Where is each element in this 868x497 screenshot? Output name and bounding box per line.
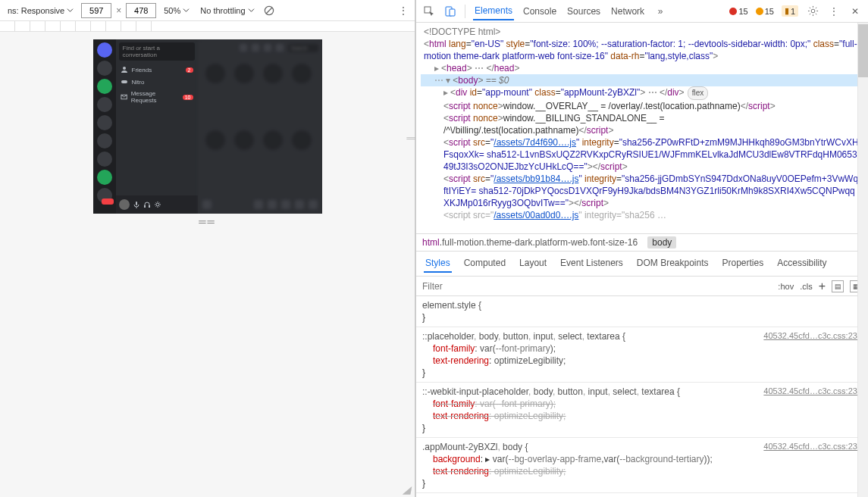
guild-item-new[interactable] xyxy=(97,188,112,203)
channel-sidebar: Find or start a conversation Friends 2 N… xyxy=(116,39,198,214)
svg-point-8 xyxy=(156,203,159,206)
issues-badge[interactable]: ▮1 xyxy=(782,5,798,17)
elements-tree[interactable]: <!DOCTYPE html> <html lang="en-US" style… xyxy=(416,23,868,233)
device-label: ns: Responsive xyxy=(8,6,64,15)
scrollbar[interactable] xyxy=(857,23,868,497)
tab-elements[interactable]: Elements xyxy=(473,2,514,20)
styles-filter-input[interactable] xyxy=(416,278,772,295)
drag-handle[interactable]: ══ xyxy=(93,214,322,230)
friends-icon xyxy=(121,66,128,73)
warnings-badge[interactable]: 15 xyxy=(756,7,774,16)
guild-item[interactable] xyxy=(97,97,112,112)
height-input[interactable] xyxy=(126,3,156,18)
throttling-select[interactable]: No throttling xyxy=(197,5,257,17)
inspect-icon[interactable] xyxy=(422,5,436,18)
svg-rect-7 xyxy=(149,205,150,208)
requests-link[interactable]: Message Requests 10 xyxy=(116,88,198,106)
nitro-link[interactable]: Nitro xyxy=(116,76,198,88)
css-source-link[interactable]: 40532.45cfd…c3c.css:235 xyxy=(763,440,862,452)
guild-item[interactable] xyxy=(97,133,112,148)
selected-node[interactable]: ⋯ ▾<body> == $0 xyxy=(421,74,863,86)
guild-add[interactable] xyxy=(97,79,112,94)
device-toolbar: ns: Responsive × 50% No throttling ⋮ xyxy=(0,0,415,21)
svg-point-2 xyxy=(123,67,126,70)
guild-item[interactable] xyxy=(97,152,112,167)
chevron-down-icon xyxy=(67,7,74,14)
more-tabs-icon[interactable]: » xyxy=(653,5,667,18)
style-rule[interactable]: element.style { } xyxy=(416,296,868,327)
device-select[interactable]: ns: Responsive xyxy=(5,5,77,17)
guild-explore[interactable] xyxy=(97,170,112,185)
ruler xyxy=(0,21,415,32)
device-viewport: Find or start a conversation Friends 2 N… xyxy=(0,32,415,497)
cls-toggle[interactable]: .cls xyxy=(800,282,813,291)
throttling-label: No throttling xyxy=(200,6,245,15)
breadcrumb-body[interactable]: body xyxy=(647,236,676,248)
tab-computed[interactable]: Computed xyxy=(462,255,507,273)
tab-properties[interactable]: Properties xyxy=(721,255,766,273)
tab-styles[interactable]: Styles xyxy=(424,255,452,273)
close-icon[interactable]: ✕ xyxy=(848,5,862,18)
style-rule[interactable]: 40532.45cfd…c3c.css:235 .appMount-2yBXZl… xyxy=(416,438,868,493)
styles-filter-row: :hov .cls + ▤ ▦ xyxy=(416,277,868,296)
guild-item[interactable] xyxy=(97,115,112,130)
mic-icon[interactable] xyxy=(133,201,140,208)
device-toggle-icon[interactable] xyxy=(443,5,457,18)
more-icon[interactable]: ⋮ xyxy=(396,4,410,17)
header-icon[interactable] xyxy=(252,44,259,52)
tab-event-listeners[interactable]: Event Listeners xyxy=(559,255,625,273)
header-icon[interactable] xyxy=(276,44,284,52)
breadcrumb[interactable]: html.full-motion.theme-dark.platform-web… xyxy=(416,233,868,252)
svg-rect-5 xyxy=(136,202,137,205)
resize-corner[interactable]: ◢ xyxy=(403,483,413,495)
tab-network[interactable]: Network xyxy=(609,3,646,20)
scrollbar-thumb[interactable] xyxy=(858,24,868,77)
truncated-line: <script src="/assets/00ad0d0….js" integr… xyxy=(421,209,863,221)
avatar[interactable] xyxy=(119,199,130,210)
new-style-button[interactable]: + xyxy=(819,280,826,293)
tab-console[interactable]: Console xyxy=(522,3,558,20)
style-rule[interactable]: 40532.45cfd…c3c.css:235 ::placeholder, b… xyxy=(416,327,868,383)
svg-rect-11 xyxy=(450,9,455,16)
badge: 2 xyxy=(186,67,193,73)
style-rule[interactable]: 40532.45cfd…c3c.css:235 ::-webkit-input-… xyxy=(416,383,868,438)
svg-point-12 xyxy=(811,9,815,13)
dm-search[interactable]: Find or start a conversation xyxy=(119,42,195,61)
footer-icon[interactable] xyxy=(309,200,318,209)
tab-accessibility[interactable]: Accessibility xyxy=(776,255,828,273)
header-search[interactable]: Search xyxy=(288,44,318,52)
guild-home[interactable] xyxy=(97,42,112,58)
tab-dom-breakpoints[interactable]: DOM Breakpoints xyxy=(635,255,710,273)
hov-toggle[interactable]: :hov xyxy=(778,282,794,291)
friends-label: Friends xyxy=(132,67,152,73)
tab-sources[interactable]: Sources xyxy=(566,3,602,20)
width-input[interactable] xyxy=(81,3,111,18)
footer-icon[interactable] xyxy=(254,200,263,209)
no-sign-icon[interactable] xyxy=(262,4,276,17)
footer-icon[interactable] xyxy=(268,200,277,209)
gear-icon[interactable] xyxy=(154,201,161,208)
styles-rules[interactable]: element.style { } 40532.45cfd…c3c.css:23… xyxy=(416,296,868,497)
chevron-down-icon xyxy=(183,7,190,14)
friends-link[interactable]: Friends 2 xyxy=(116,64,198,76)
gear-icon[interactable] xyxy=(806,5,819,18)
style-rule[interactable]: 40532.45cfd…c3c.css:235 .appMount-2yBXZl… xyxy=(416,493,868,497)
footer-icon[interactable] xyxy=(295,200,304,209)
zoom-select[interactable]: 50% xyxy=(161,5,193,17)
header-icon[interactable] xyxy=(264,44,271,52)
css-source-link[interactable]: 40532.45cfd…c3c.css:235 xyxy=(763,330,862,342)
headphones-icon[interactable] xyxy=(143,201,151,208)
computed-toggle-icon[interactable]: ▤ xyxy=(832,280,844,292)
resize-handle-right[interactable]: ║ xyxy=(410,108,415,168)
badge: 10 xyxy=(183,95,193,100)
tab-layout[interactable]: Layout xyxy=(518,255,548,273)
guild-item[interactable] xyxy=(97,61,112,76)
device-emulation-pane: ns: Responsive × 50% No throttling ⋮ xyxy=(0,0,415,497)
main-content-blurred: Search xyxy=(198,39,322,214)
more-icon[interactable]: ⋮ xyxy=(827,5,841,18)
header-icon[interactable] xyxy=(240,44,247,52)
footer-icon[interactable] xyxy=(202,200,212,209)
errors-badge[interactable]: 15 xyxy=(729,7,747,16)
footer-icon[interactable] xyxy=(281,200,290,209)
css-source-link[interactable]: 40532.45cfd…c3c.css:235 xyxy=(763,385,862,397)
